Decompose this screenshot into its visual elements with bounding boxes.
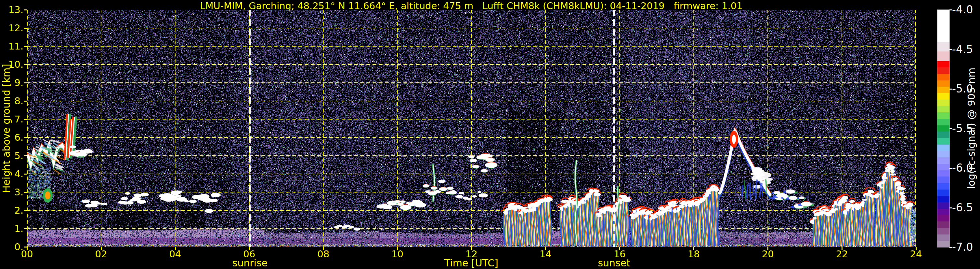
x-tick-label: 24 bbox=[910, 248, 922, 259]
x-tick-label: 18 bbox=[688, 248, 700, 259]
colorbar-swatch bbox=[937, 112, 950, 119]
colorbar-swatch bbox=[937, 10, 950, 42]
colorbar-tick-mark bbox=[950, 88, 952, 90]
colorbar-swatch bbox=[937, 176, 950, 183]
x-tick-label: 10 bbox=[391, 248, 403, 259]
x-tick-mark bbox=[249, 247, 250, 250]
colorbar-swatch bbox=[937, 61, 950, 68]
colorbar-swatch bbox=[937, 209, 950, 215]
x-tick-label: 06 bbox=[243, 248, 255, 259]
y-tick-mark bbox=[24, 210, 27, 211]
y-tick-label: 2. bbox=[0, 205, 24, 216]
x-tick-label: 08 bbox=[317, 248, 329, 259]
x-tick-label: 00 bbox=[21, 248, 33, 259]
x-tick-label: 02 bbox=[95, 248, 107, 259]
colorbar-swatch bbox=[937, 86, 950, 93]
colorbar-swatch bbox=[937, 183, 950, 189]
colorbar-swatch bbox=[937, 106, 950, 113]
y-tick-mark bbox=[24, 174, 27, 175]
y-tick-mark bbox=[24, 82, 27, 83]
y-tick-label: 3. bbox=[0, 187, 24, 198]
colorbar-swatch bbox=[937, 51, 950, 61]
colorbar-swatch bbox=[937, 119, 950, 125]
y-tick-mark bbox=[24, 101, 27, 102]
colorbar-swatch bbox=[937, 221, 950, 228]
heatmap-canvas bbox=[27, 10, 916, 247]
colorbar-tick-label: -5.5 bbox=[952, 123, 973, 134]
colorbar-swatch bbox=[937, 189, 950, 196]
colorbar-tick-mark bbox=[950, 10, 952, 10]
colorbar-tick-mark bbox=[950, 168, 952, 169]
colorbar-swatch bbox=[937, 144, 950, 151]
y-tick-label: 5. bbox=[0, 150, 24, 161]
y-tick-mark bbox=[24, 228, 27, 229]
colorbar-swatch bbox=[937, 164, 950, 170]
colorbar-tick-label: -6.0 bbox=[952, 162, 973, 174]
y-tick-label: 6. bbox=[0, 132, 24, 143]
colorbar-swatch bbox=[937, 241, 950, 247]
colorbar-swatch bbox=[937, 234, 950, 241]
colorbar-tick-mark bbox=[950, 247, 952, 248]
x-tick-label: 14 bbox=[539, 248, 552, 259]
y-tick-label: 12. bbox=[0, 22, 24, 34]
y-tick-label: 10. bbox=[0, 59, 24, 70]
colorbar-swatch bbox=[937, 42, 950, 52]
x-tick-label: 12 bbox=[465, 248, 477, 259]
y-tick-mark bbox=[24, 137, 27, 138]
x-tick-mark bbox=[842, 247, 843, 250]
y-tick-mark bbox=[24, 10, 27, 10]
colorbar-swatch bbox=[937, 125, 950, 132]
colorbar-tick-mark bbox=[950, 128, 952, 129]
y-tick-label: 4. bbox=[0, 168, 24, 179]
x-tick-mark bbox=[27, 247, 28, 250]
colorbar-tick-mark bbox=[950, 49, 952, 50]
colorbar-swatch bbox=[937, 215, 950, 221]
colorbar-tick-label: -4.5 bbox=[952, 44, 973, 55]
y-tick-mark bbox=[24, 155, 27, 156]
colorbar-swatch bbox=[937, 74, 950, 80]
x-tick-mark bbox=[693, 247, 694, 250]
y-tick-label: 8. bbox=[0, 95, 24, 106]
y-tick-mark bbox=[24, 119, 27, 120]
y-tick-mark bbox=[24, 64, 27, 65]
colorbar-swatch bbox=[937, 93, 950, 100]
colorbar-swatch bbox=[937, 138, 950, 144]
x-tick-mark bbox=[175, 247, 176, 250]
colorbar-swatch bbox=[937, 157, 950, 164]
colorbar-tick-label: -7.0 bbox=[952, 241, 973, 253]
y-tick-label: 9. bbox=[0, 77, 24, 88]
x-tick-label: 04 bbox=[169, 248, 181, 259]
colorbar-tick-label: -4.0 bbox=[952, 4, 973, 16]
x-tick-label: 22 bbox=[836, 248, 848, 259]
colorbar-swatch bbox=[937, 228, 950, 234]
x-tick-mark bbox=[767, 247, 768, 250]
y-tick-label: 0. bbox=[0, 241, 24, 252]
colorbar-swatch bbox=[937, 202, 950, 209]
x-tick-mark bbox=[545, 247, 546, 250]
ceilometer-quicklook: LMU-MIM, Garching; 48.251° N 11.664° E, … bbox=[0, 0, 980, 269]
colorbar-tick-mark bbox=[950, 207, 952, 208]
colorbar-swatch bbox=[937, 100, 950, 106]
x-tick-mark bbox=[471, 247, 472, 250]
x-tick-mark bbox=[619, 247, 620, 250]
y-tick-label: 11. bbox=[0, 41, 24, 52]
x-tick-mark bbox=[916, 247, 916, 250]
colorbar-swatch bbox=[937, 67, 950, 74]
y-tick-mark bbox=[24, 28, 27, 29]
colorbar-swatch bbox=[937, 131, 950, 138]
colorbar-swatch bbox=[937, 196, 950, 202]
x-tick-label: 20 bbox=[762, 248, 774, 259]
y-tick-label: 13. bbox=[0, 4, 24, 15]
y-tick-label: 1. bbox=[0, 223, 24, 234]
colorbar-swatch bbox=[937, 151, 950, 157]
x-tick-mark bbox=[323, 247, 324, 250]
x-tick-label: 16 bbox=[614, 248, 626, 259]
y-tick-label: 7. bbox=[0, 114, 24, 125]
x-tick-mark bbox=[101, 247, 102, 250]
y-tick-mark bbox=[24, 46, 27, 47]
colorbar-tick-label: -5.0 bbox=[952, 83, 973, 95]
colorbar-tick-label: -6.5 bbox=[952, 202, 973, 214]
y-tick-mark bbox=[24, 192, 27, 193]
x-tick-mark bbox=[397, 247, 398, 250]
colorbar bbox=[937, 10, 950, 247]
